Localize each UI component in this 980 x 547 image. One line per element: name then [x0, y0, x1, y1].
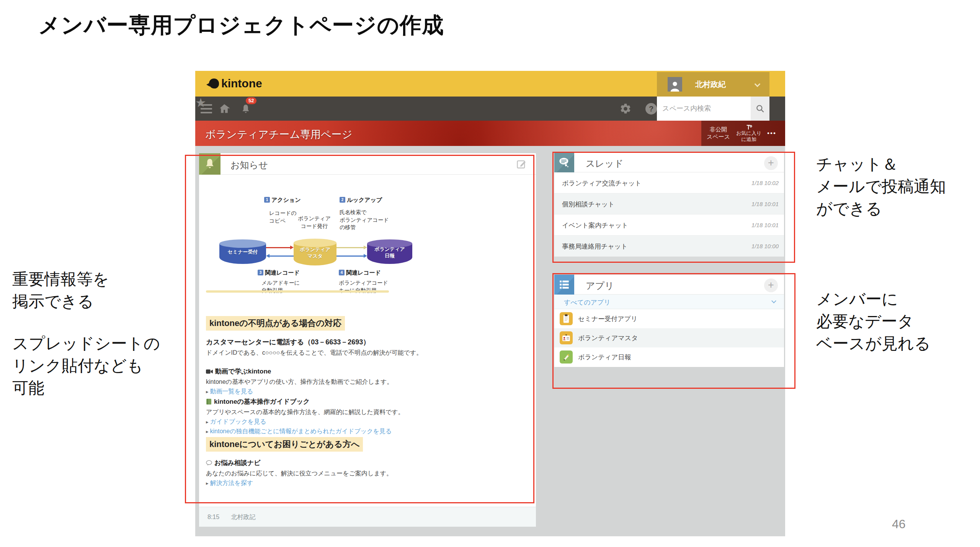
space-search — [657, 97, 769, 121]
user-menu[interactable]: 北村政紀 — [657, 72, 769, 97]
add-to-favorites-label: お気に入り に追加 — [736, 130, 761, 142]
callout-post-info: 重要情報等を 掲示できる — [12, 268, 109, 313]
more-options-icon[interactable]: ••• — [767, 129, 776, 137]
search-icon — [755, 104, 765, 114]
home-icon[interactable] — [218, 103, 230, 115]
search-button[interactable] — [751, 97, 769, 121]
pin-plus-icon — [746, 124, 752, 130]
post-author[interactable]: 北村政記 — [231, 514, 256, 520]
notification-badge: 52 — [246, 97, 256, 104]
space-banner: ボランティアチーム専用ページ 非公開 スペース お気に入り に追加 ••• — [195, 121, 785, 146]
post-time: 8:15 — [207, 514, 219, 520]
annotation-box-apps — [552, 273, 795, 389]
annotation-box-announcement — [185, 155, 534, 503]
callout-database: メンバーに 必要なデータ ベースが見れる — [816, 288, 931, 355]
kintone-toolbar: 52 ★ ? — [195, 97, 785, 121]
avatar — [668, 77, 682, 92]
person-icon — [669, 80, 681, 92]
kintone-logo-text: kintone — [221, 77, 262, 90]
space-title: ボランティアチーム専用ページ — [205, 128, 352, 141]
annotation-box-threads — [552, 152, 795, 263]
kintone-header: kintone 北村政紀 — [195, 71, 785, 97]
callout-spreadsheet-link: スプレッドシートの リンク貼付なども 可能 — [12, 332, 160, 399]
kintone-logo[interactable]: kintone — [209, 77, 262, 90]
slide-title: メンバー専用プロジェクトページの作成 — [38, 11, 444, 40]
add-to-favorites-button[interactable]: お気に入り に追加 — [736, 124, 761, 142]
announcement-footer: 8:15 北村政記 — [199, 507, 536, 527]
help-icon[interactable]: ? — [645, 103, 657, 115]
user-name: 北村政紀 — [695, 79, 726, 90]
notifications-bell-icon[interactable] — [240, 104, 251, 115]
settings-gear-icon[interactable] — [619, 103, 632, 115]
kintone-bird-icon — [209, 79, 219, 88]
search-input[interactable] — [657, 97, 751, 121]
page-number: 46 — [892, 517, 906, 531]
space-banner-actions: 非公開 スペース お気に入り に追加 ••• — [701, 121, 785, 146]
callout-chat-mail: チャット＆ メールで投稿通知 ができる — [816, 153, 946, 220]
private-space-label: 非公開 スペース — [707, 126, 730, 141]
chevron-down-icon — [755, 81, 761, 87]
hamburger-menu-icon[interactable] — [201, 104, 212, 116]
